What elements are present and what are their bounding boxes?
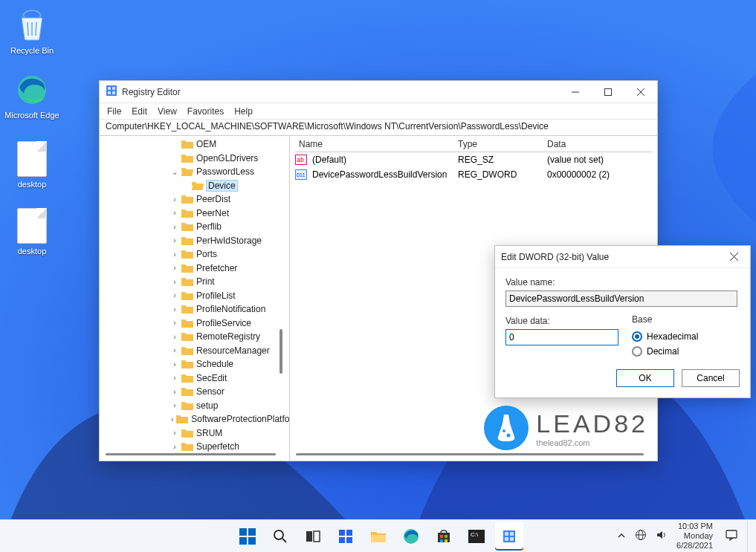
tree-node[interactable]: ›Sensor: [101, 385, 289, 399]
chevron-icon[interactable]: ›: [171, 374, 178, 382]
dialog-close-button[interactable]: [723, 247, 744, 267]
show-desktop-button[interactable]: [747, 520, 753, 553]
list-hscroll[interactable]: [296, 453, 644, 455]
chevron-icon[interactable]: ⌄: [171, 168, 178, 176]
tree-node[interactable]: ›setup: [101, 399, 289, 413]
tree-node[interactable]: Device: [101, 179, 289, 193]
desktop-icon-edge[interactable]: Microsoft Edge: [2, 72, 62, 120]
taskbar[interactable]: C:\ 10:03 PM Monday 6/28/2021: [0, 519, 756, 552]
folder-icon: [181, 441, 193, 452]
tree-node[interactable]: ›Print: [101, 275, 289, 289]
tree-node[interactable]: ⌄PasswordLess: [101, 165, 289, 179]
tree-node[interactable]: OpenGLDrivers: [101, 152, 289, 166]
volume-icon[interactable]: [656, 529, 668, 544]
svg-rect-19: [239, 528, 247, 536]
column-header-name[interactable]: Name: [294, 139, 458, 149]
tray-chevron-icon[interactable]: [617, 530, 626, 543]
explorer-button[interactable]: [364, 522, 392, 551]
maximize-button[interactable]: [592, 81, 624, 103]
close-button[interactable]: [624, 81, 657, 103]
tree-node[interactable]: ›PeerDist: [101, 192, 289, 207]
tree-node[interactable]: ›PerHwIdStorage: [101, 234, 289, 248]
chevron-icon[interactable]: ›: [171, 209, 178, 217]
task-view-button[interactable]: [299, 522, 327, 551]
network-icon[interactable]: [635, 529, 647, 544]
menu-file[interactable]: File: [107, 106, 121, 117]
chevron-icon[interactable]: ›: [171, 195, 178, 204]
chevron-icon[interactable]: ›: [171, 278, 178, 286]
titlebar[interactable]: Registry Editor: [100, 81, 657, 103]
tree-node-label: ProfileNotification: [196, 304, 265, 314]
tree-node[interactable]: ›RemoteRegistry: [101, 330, 289, 344]
chevron-icon[interactable]: ›: [171, 346, 178, 354]
tree-node[interactable]: ›SecEdit: [101, 371, 289, 386]
desktop-icon-recycle-bin[interactable]: Recycle Bin: [2, 7, 62, 55]
tree-node[interactable]: ›ResourceManager: [101, 344, 289, 358]
chevron-icon[interactable]: ›: [171, 319, 178, 327]
svg-rect-29: [339, 537, 345, 543]
desktop-icon-file-1[interactable]: desktop: [2, 141, 62, 189]
tree-node[interactable]: ›ProfileService: [101, 316, 289, 331]
minimize-button[interactable]: [559, 81, 592, 103]
tree-node[interactable]: ›Ports: [101, 247, 289, 262]
clock[interactable]: 10:03 PM Monday 6/28/2021: [676, 522, 716, 551]
desktop-icon-file-2[interactable]: desktop: [2, 208, 62, 256]
tree-node-label: Ports: [196, 249, 217, 259]
chevron-icon[interactable]: ›: [171, 415, 173, 423]
chevron-icon[interactable]: ›: [171, 360, 178, 368]
tree-node[interactable]: ›SoftwareProtectionPlatform: [101, 412, 289, 426]
column-header-data[interactable]: Data: [547, 139, 653, 149]
tree-view[interactable]: OEMOpenGLDrivers⌄PasswordLessDevice›Peer…: [100, 136, 290, 461]
chevron-icon[interactable]: ›: [171, 401, 178, 409]
tree-node[interactable]: ›Perflib: [101, 220, 289, 234]
chevron-icon[interactable]: ›: [171, 429, 178, 437]
chevron-icon[interactable]: ›: [171, 236, 178, 244]
menu-help[interactable]: Help: [234, 106, 253, 117]
chevron-icon[interactable]: ›: [171, 291, 178, 299]
tree-vscroll[interactable]: [280, 143, 288, 443]
value-name-field[interactable]: [505, 290, 737, 307]
tree-node[interactable]: ›Schedule: [101, 357, 289, 371]
tree-node[interactable]: ›ProfileNotification: [101, 302, 289, 316]
menu-favorites[interactable]: Favorites: [187, 106, 224, 117]
svg-text:011: 011: [297, 172, 306, 178]
radio-hexadecimal[interactable]: Hexadecimal: [632, 329, 698, 344]
chevron-icon[interactable]: ›: [171, 333, 178, 341]
menu-view[interactable]: View: [158, 106, 177, 117]
column-header-type[interactable]: Type: [458, 139, 547, 149]
tree-node[interactable]: ›SRUM: [101, 426, 289, 441]
widgets-button[interactable]: [332, 522, 360, 551]
folder-icon: [181, 428, 193, 438]
chevron-icon[interactable]: ›: [171, 250, 178, 259]
menu-edit[interactable]: Edit: [132, 106, 147, 117]
regedit-taskbar-button[interactable]: [495, 522, 523, 551]
string-value-icon: ab: [294, 155, 308, 165]
tree-node[interactable]: ›Superfetch: [101, 440, 289, 454]
terminal-button[interactable]: C:\: [462, 522, 491, 551]
ok-button[interactable]: OK: [616, 369, 674, 387]
tree-node[interactable]: ›Prefetcher: [101, 262, 289, 276]
store-button[interactable]: [430, 522, 458, 551]
edge-taskbar-button[interactable]: [397, 522, 425, 551]
notifications-icon[interactable]: [725, 528, 738, 545]
radio-decimal[interactable]: Decimal: [632, 344, 698, 359]
chevron-icon[interactable]: ›: [171, 305, 178, 314]
value-list[interactable]: Name Type Data ab(Default)REG_SZ(value n…: [290, 136, 657, 461]
tree-node[interactable]: ›ProfileList: [101, 289, 289, 303]
chevron-icon[interactable]: ›: [171, 443, 178, 451]
value-row[interactable]: ab(Default)REG_SZ(value not set): [294, 152, 653, 167]
tree-hscroll[interactable]: [106, 453, 276, 455]
chevron-icon[interactable]: ›: [171, 223, 178, 231]
search-button[interactable]: [266, 522, 294, 551]
value-data-field[interactable]: [505, 329, 618, 345]
cancel-button[interactable]: Cancel: [682, 369, 740, 387]
address-bar[interactable]: Computer\HKEY_LOCAL_MACHINE\SOFTWARE\Mic…: [100, 120, 657, 136]
chevron-icon[interactable]: ›: [171, 264, 178, 272]
start-button[interactable]: [233, 522, 262, 551]
tree-node-label: ProfileService: [196, 318, 251, 328]
tree-node[interactable]: ›PeerNet: [101, 207, 289, 221]
value-row[interactable]: 011DevicePasswordLessBuildVersionREG_DWO…: [294, 167, 653, 182]
desktop-icon-label: desktop: [18, 180, 47, 189]
chevron-icon[interactable]: ›: [171, 388, 178, 396]
tree-node[interactable]: OEM: [101, 137, 289, 152]
